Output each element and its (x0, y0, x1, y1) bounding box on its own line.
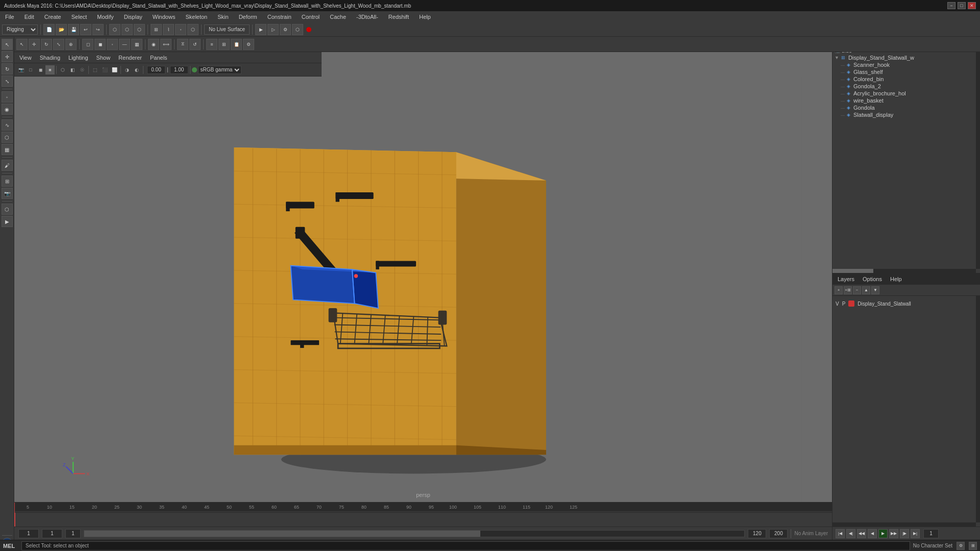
range-start-field[interactable]: 1 (65, 529, 81, 538)
range-end-field[interactable]: 120 (748, 529, 766, 538)
move-tool-left[interactable]: ✛ (2, 51, 13, 62)
status-gear-btn[interactable]: ⚙ (957, 542, 965, 550)
status-char-btn[interactable]: ⊞ (969, 542, 977, 550)
layers-menu-help[interactable]: Help (888, 275, 904, 283)
live-surface-button[interactable]: No Live Surface (204, 24, 250, 35)
menu-control[interactable]: Control (300, 13, 322, 21)
main-viewport[interactable]: X Y Z persp (14, 77, 832, 502)
film-gate[interactable]: ⬛ (100, 65, 109, 74)
ao-btn[interactable]: ◐ (132, 65, 141, 74)
snap-surface-button[interactable]: ⬡ (187, 24, 199, 35)
symmetry-button[interactable]: ⟺ (160, 39, 172, 50)
menu-help[interactable]: Help (417, 13, 433, 21)
mel-input[interactable] (21, 541, 910, 550)
menu-create[interactable]: Create (42, 13, 63, 21)
snap-options[interactable]: ⊞ (2, 176, 13, 187)
playhead[interactable] (14, 513, 15, 527)
tool-settings-button[interactable]: ⚙ (243, 39, 254, 50)
select-mode-button[interactable]: ↖ (16, 39, 28, 50)
nurbs-tool[interactable]: ⬡ (2, 132, 13, 143)
select-tool-left[interactable]: ↖ (2, 39, 13, 50)
snap-grid-button[interactable]: ⊞ (151, 24, 162, 35)
soft-mod[interactable]: ◉ (2, 104, 13, 115)
menu-redshift[interactable]: Redshift (386, 13, 411, 21)
menu-display[interactable]: Display (122, 13, 144, 21)
render-settings-button[interactable]: ⚙ (280, 24, 291, 35)
outliner-item-acrylic[interactable]: — ◈ Acrylic_brochure_hol (839, 90, 980, 97)
outliner-item-glass-shelf[interactable]: — ◈ Glass_shelf (839, 68, 980, 76)
close-button[interactable]: ✕ (968, 2, 976, 9)
menu-windows[interactable]: Windows (151, 13, 178, 21)
universal-manip-button[interactable]: ⊕ (65, 39, 77, 50)
minimize-button[interactable]: − (947, 2, 955, 9)
maximize-button[interactable]: □ (958, 2, 966, 9)
layer-create-empty[interactable]: + (835, 286, 843, 294)
menu-3dtoa[interactable]: -3DtoAll- (354, 13, 380, 21)
resolution-gate[interactable]: ⬚ (90, 65, 100, 74)
redo-button[interactable]: ↪ (92, 24, 104, 35)
layers-hscroll[interactable] (832, 522, 976, 527)
camera-tool[interactable]: 📷 (2, 188, 13, 199)
history-button[interactable]: ⧖ (177, 39, 188, 50)
layer-delete[interactable]: − (853, 286, 861, 294)
timeline-ruler[interactable]: 5 10 15 20 25 30 35 40 45 50 55 60 65 70… (14, 503, 832, 513)
x-ray-btn[interactable]: ◧ (68, 65, 77, 74)
max-range-field[interactable]: 200 (769, 529, 788, 538)
paint-select-button[interactable]: ⬡ (134, 24, 145, 35)
snap-point-button[interactable]: ◦ (175, 24, 186, 35)
select-tool-button[interactable]: ⬡ (109, 24, 120, 35)
save-scene-button[interactable]: 💾 (68, 24, 79, 35)
wireframe-on-shaded[interactable]: ⬡ (58, 65, 67, 74)
smooth-btn[interactable]: ◼ (36, 65, 45, 74)
soft-select-button[interactable]: ◉ (148, 39, 159, 50)
menu-skin[interactable]: Skin (215, 13, 230, 21)
outliner-hscroll-thumb[interactable] (832, 269, 873, 273)
outliner-item-scanner-hook[interactable]: — ◈ Scanner_hook (839, 61, 980, 68)
layers-vscroll[interactable] (976, 296, 980, 522)
menu-select[interactable]: Select (69, 13, 89, 21)
play-back-button[interactable]: ◀ (868, 529, 877, 538)
refresh-button[interactable]: ↺ (189, 39, 201, 50)
rotate-tool-left[interactable]: ↻ (2, 63, 13, 74)
ipr-render-button[interactable]: ▷ (267, 24, 279, 35)
viewport-menu-lighting[interactable]: Lighting (66, 54, 90, 62)
translate-y-field[interactable] (170, 66, 188, 74)
vertex-mode-button[interactable]: ◦ (107, 39, 118, 50)
isolate-sel[interactable]: ☉ (78, 65, 87, 74)
lasso-tool-button[interactable]: ⬡ (121, 24, 133, 35)
viewport-menu-view[interactable]: View (17, 54, 34, 62)
component-mode-button[interactable]: ◼ (94, 39, 106, 50)
new-scene-button[interactable]: 📄 (43, 24, 55, 35)
wireframe-btn[interactable]: □ (26, 65, 35, 74)
undo-button[interactable]: ↩ (80, 24, 91, 35)
move-tool-button[interactable]: ✛ (29, 39, 40, 50)
scale-tool-left[interactable]: ⤡ (2, 76, 13, 87)
outliner-item-gondola[interactable]: — ◈ Gondola (839, 104, 980, 111)
play-forward-button[interactable]: ▶ (878, 529, 888, 538)
layers-menu-options[interactable]: Options (861, 275, 884, 283)
color-space-dropdown[interactable]: sRGB gamma (198, 66, 241, 74)
outliner-hscroll[interactable] (832, 269, 976, 273)
menu-modify[interactable]: Modify (95, 13, 115, 21)
outliner-item-colored-bin[interactable]: — ◈ Colored_bin (839, 76, 980, 83)
render-region[interactable]: ▶ (2, 216, 13, 227)
viewport-menu-renderer[interactable]: Renderer (116, 54, 144, 62)
shaded-btn[interactable]: ■ (45, 65, 55, 74)
outliner-vscroll[interactable] (976, 23, 980, 269)
viewport-menu-show[interactable]: Show (94, 54, 113, 62)
mode-dropdown[interactable]: Rigging (2, 24, 38, 35)
object-mode-button[interactable]: ◻ (82, 39, 93, 50)
translate-x-field[interactable] (147, 66, 165, 74)
menu-skeleton[interactable]: Skeleton (183, 13, 209, 21)
outliner-item-slatwall[interactable]: — ◈ Slatwall_display (839, 111, 980, 118)
menu-file[interactable]: File (3, 13, 16, 21)
prev-frame-button[interactable]: ◀| (846, 529, 855, 538)
outliner-button[interactable]: 📋 (231, 39, 242, 50)
prev-key-button[interactable]: ◀◀ (857, 529, 866, 538)
menu-edit[interactable]: Edit (22, 13, 36, 21)
viewport-menu-shading[interactable]: Shading (38, 54, 62, 62)
layer-up[interactable]: ▲ (862, 286, 870, 294)
menu-deform[interactable]: Deform (237, 13, 259, 21)
face-mode-button[interactable]: ▦ (131, 39, 142, 50)
render-view-button[interactable]: ▶ (255, 24, 266, 35)
